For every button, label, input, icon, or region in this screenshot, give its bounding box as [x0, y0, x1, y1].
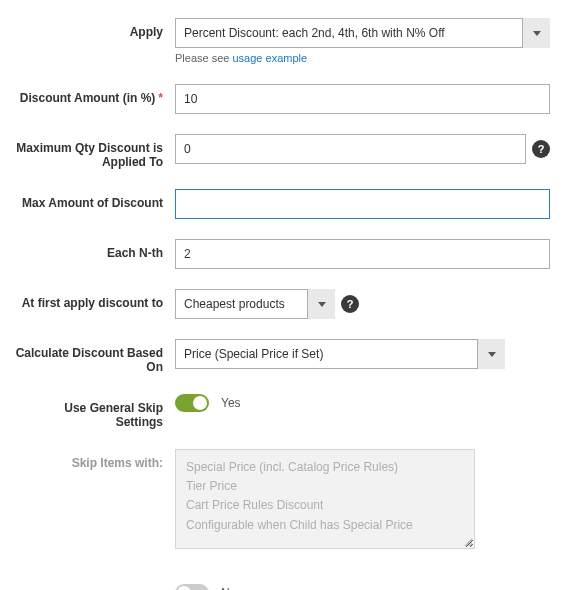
help-icon[interactable]: ?: [341, 295, 359, 313]
skip-items-label: Skip Items with:: [15, 449, 175, 470]
discount-amount-input[interactable]: [175, 84, 550, 114]
apply-shipping-label: Apply to Shipping Amount: [15, 584, 175, 590]
first-apply-label: At first apply discount to: [15, 289, 175, 310]
apply-hint: Please see usage example: [175, 52, 307, 64]
apply-shipping-value: No: [221, 586, 236, 590]
use-general-skip-label: Use General Skip Settings: [15, 394, 175, 429]
apply-label: Apply: [15, 18, 175, 39]
required-asterisk: *: [158, 91, 163, 105]
max-amount-input[interactable]: [175, 189, 550, 219]
apply-shipping-toggle[interactable]: [175, 584, 209, 590]
calc-based-label: Calculate Discount Based On: [15, 339, 175, 374]
use-general-skip-value: Yes: [221, 396, 241, 410]
max-amount-label: Max Amount of Discount: [15, 189, 175, 210]
each-nth-input[interactable]: [175, 239, 550, 269]
calc-based-select[interactable]: Price (Special Price if Set): [175, 339, 505, 369]
skip-items-multiselect: Special Price (incl. Catalog Price Rules…: [175, 449, 475, 549]
list-item: Tier Price: [186, 477, 464, 496]
list-item: Special Price (incl. Catalog Price Rules…: [186, 458, 464, 477]
usage-example-link[interactable]: usage example: [232, 52, 307, 64]
list-item: Configurable when Child has Special Pric…: [186, 516, 464, 535]
max-qty-label: Maximum Qty Discount is Applied To: [15, 134, 175, 169]
use-general-skip-toggle[interactable]: [175, 394, 209, 412]
apply-select[interactable]: Percent Discount: each 2nd, 4th, 6th wit…: [175, 18, 550, 48]
list-item: Cart Price Rules Discount: [186, 496, 464, 515]
first-apply-select[interactable]: Cheapest products: [175, 289, 335, 319]
each-nth-label: Each N-th: [15, 239, 175, 260]
resize-grip-icon: [462, 536, 472, 546]
discount-amount-label: Discount Amount (in %)*: [15, 84, 175, 105]
max-qty-input[interactable]: [175, 134, 526, 164]
help-icon[interactable]: ?: [532, 140, 550, 158]
